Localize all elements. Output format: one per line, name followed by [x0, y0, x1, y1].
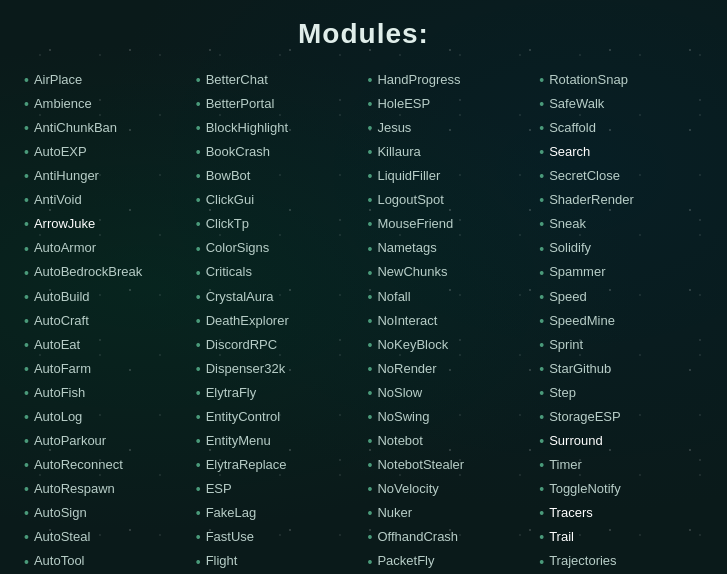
list-item: ElytraReplace: [196, 453, 360, 477]
list-item: DeathExplorer: [196, 309, 360, 333]
module-columns: AirPlaceAmbienceAntiChunkBanAutoEXPAntiH…: [20, 68, 707, 574]
list-item: Sprint: [539, 333, 703, 357]
list-item: NoSwing: [368, 405, 532, 429]
column-col3: HandProgressHoleESPJesusKillauraLiquidFi…: [364, 68, 536, 574]
list-item: AirPlace: [24, 68, 188, 92]
list-item: Tracers: [539, 501, 703, 525]
list-item: AutoLog: [24, 405, 188, 429]
list-item: Notebot: [368, 429, 532, 453]
list-item: PacketFly: [368, 550, 532, 574]
list-item: AutoTool: [24, 550, 188, 574]
list-item: AutoParkour: [24, 429, 188, 453]
list-item: Search: [539, 140, 703, 164]
list-item: Trajectories: [539, 550, 703, 574]
list-item: Criticals: [196, 261, 360, 285]
page: Modules: AirPlaceAmbienceAntiChunkBanAut…: [0, 0, 727, 574]
list-item: AutoSign: [24, 501, 188, 525]
list-item: HoleESP: [368, 92, 532, 116]
list-item: Speed: [539, 285, 703, 309]
list-item: FakeLag: [196, 501, 360, 525]
list-item: EntityControl: [196, 405, 360, 429]
list-item: Nuker: [368, 501, 532, 525]
list-item: Sneak: [539, 212, 703, 236]
list-item: FastUse: [196, 525, 360, 549]
list-item: Nametags: [368, 237, 532, 261]
list-item: ArrowJuke: [24, 212, 188, 236]
list-item: Dispenser32k: [196, 357, 360, 381]
list-item: Scaffold: [539, 116, 703, 140]
list-item: ESP: [196, 477, 360, 501]
list-item: DiscordRPC: [196, 333, 360, 357]
list-item: NoInteract: [368, 309, 532, 333]
list-item: AntiChunkBan: [24, 116, 188, 140]
list-item: ColorSigns: [196, 237, 360, 261]
list-item: AntiHunger: [24, 164, 188, 188]
list-item: Step: [539, 381, 703, 405]
list-item: Killaura: [368, 140, 532, 164]
list-item: Jesus: [368, 116, 532, 140]
module-list: HandProgressHoleESPJesusKillauraLiquidFi…: [368, 68, 532, 574]
list-item: BetterChat: [196, 68, 360, 92]
page-title: Modules:: [20, 18, 707, 50]
module-list: BetterChatBetterPortalBlockHighlightBook…: [196, 68, 360, 574]
list-item: AntiVoid: [24, 188, 188, 212]
list-item: NewChunks: [368, 261, 532, 285]
list-item: BlockHighlight: [196, 116, 360, 140]
module-list: RotationSnapSafeWalkScaffoldSearchSecret…: [539, 68, 703, 574]
list-item: BookCrash: [196, 140, 360, 164]
list-item: Surround: [539, 429, 703, 453]
list-item: AutoCraft: [24, 309, 188, 333]
list-item: AutoRespawn: [24, 477, 188, 501]
list-item: NotebotStealer: [368, 453, 532, 477]
list-item: ShaderRender: [539, 188, 703, 212]
list-item: Solidify: [539, 237, 703, 261]
list-item: Trail: [539, 525, 703, 549]
list-item: AutoBuild: [24, 285, 188, 309]
list-item: Nofall: [368, 285, 532, 309]
list-item: ClickTp: [196, 212, 360, 236]
list-item: LiquidFiller: [368, 164, 532, 188]
list-item: AutoEXP: [24, 140, 188, 164]
list-item: Spammer: [539, 261, 703, 285]
list-item: AutoSteal: [24, 525, 188, 549]
list-item: AutoBedrockBreak: [24, 261, 188, 285]
list-item: RotationSnap: [539, 68, 703, 92]
list-item: ElytraFly: [196, 381, 360, 405]
list-item: LogoutSpot: [368, 188, 532, 212]
list-item: NoKeyBlock: [368, 333, 532, 357]
list-item: SafeWalk: [539, 92, 703, 116]
list-item: NoSlow: [368, 381, 532, 405]
list-item: ToggleNotify: [539, 477, 703, 501]
list-item: CrystalAura: [196, 285, 360, 309]
column-col1: AirPlaceAmbienceAntiChunkBanAutoEXPAntiH…: [20, 68, 192, 574]
column-col2: BetterChatBetterPortalBlockHighlightBook…: [192, 68, 364, 574]
list-item: NoVelocity: [368, 477, 532, 501]
list-item: Ambience: [24, 92, 188, 116]
list-item: BetterPortal: [196, 92, 360, 116]
list-item: AutoArmor: [24, 237, 188, 261]
list-item: StorageESP: [539, 405, 703, 429]
list-item: BowBot: [196, 164, 360, 188]
list-item: AutoFarm: [24, 357, 188, 381]
list-item: SpeedMine: [539, 309, 703, 333]
list-item: OffhandCrash: [368, 525, 532, 549]
list-item: Flight: [196, 550, 360, 574]
list-item: StarGithub: [539, 357, 703, 381]
column-col4: RotationSnapSafeWalkScaffoldSearchSecret…: [535, 68, 707, 574]
list-item: HandProgress: [368, 68, 532, 92]
list-item: AutoReconnect: [24, 453, 188, 477]
list-item: SecretClose: [539, 164, 703, 188]
list-item: AutoEat: [24, 333, 188, 357]
module-list: AirPlaceAmbienceAntiChunkBanAutoEXPAntiH…: [24, 68, 188, 574]
list-item: ClickGui: [196, 188, 360, 212]
list-item: EntityMenu: [196, 429, 360, 453]
list-item: NoRender: [368, 357, 532, 381]
list-item: Timer: [539, 453, 703, 477]
list-item: AutoFish: [24, 381, 188, 405]
list-item: MouseFriend: [368, 212, 532, 236]
